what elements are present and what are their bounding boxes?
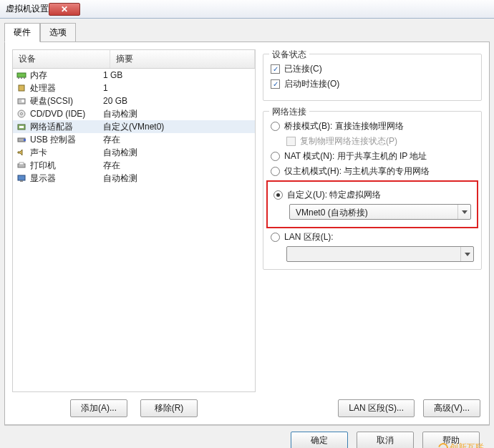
device-summary: 1 xyxy=(100,83,252,93)
table-row[interactable]: 声卡自动检测 xyxy=(13,146,255,159)
custom-network-value: VMnet0 (自动桥接) xyxy=(290,205,457,219)
device-status-title: 设备状态 xyxy=(269,49,309,61)
cancel-button[interactable]: 取消 xyxy=(357,432,414,448)
device-status-group: 设备状态 已连接(C) 启动时连接(O) xyxy=(263,54,482,101)
tab-options[interactable]: 选项 xyxy=(40,23,76,42)
col-summary[interactable]: 摘要 xyxy=(110,50,255,68)
add-button[interactable]: 添加(A)... xyxy=(70,399,127,417)
svg-rect-2 xyxy=(21,77,22,79)
right-bottom-buttons: LAN 区段(S)... 高级(V)... xyxy=(263,399,482,417)
lan-segments-button[interactable]: LAN 区段(S)... xyxy=(338,399,415,417)
cpu-icon xyxy=(16,83,27,93)
sound-icon xyxy=(16,147,27,157)
svg-rect-3 xyxy=(24,77,25,79)
device-summary: 20 GB xyxy=(100,96,252,106)
tabstrip: 硬件 选项 xyxy=(4,23,490,42)
tab-options-label: 选项 xyxy=(49,27,67,37)
chevron-down-icon xyxy=(460,247,473,261)
device-summary: 自动检测 xyxy=(100,108,252,120)
connected-row[interactable]: 已连接(C) xyxy=(271,63,474,75)
device-name: 打印机 xyxy=(30,160,56,172)
nat-row[interactable]: NAT 模式(N): 用于共享主机的 IP 地址 xyxy=(271,150,474,162)
lan-radio[interactable] xyxy=(271,233,280,242)
device-name: 内存 xyxy=(30,69,47,82)
hardware-panel: 设备 摘要 内存1 GB处理器1硬盘(SCSI)20 GBCD/DVD (IDE… xyxy=(4,42,490,425)
device-name: 网络适配器 xyxy=(30,121,73,133)
svg-point-8 xyxy=(21,113,23,115)
col-device[interactable]: 设备 xyxy=(13,50,110,68)
network-connection-title: 网络连接 xyxy=(269,106,309,118)
close-button[interactable]: ✕ xyxy=(49,3,80,16)
device-summary: 存在 xyxy=(100,134,252,146)
hostonly-radio[interactable] xyxy=(271,167,280,176)
connect-at-poweron-label: 启动时连接(O) xyxy=(284,78,339,90)
bridged-radio[interactable] xyxy=(271,122,280,131)
table-body: 内存1 GB处理器1硬盘(SCSI)20 GBCD/DVD (IDE)自动检测网… xyxy=(13,69,255,185)
usb-icon xyxy=(16,135,27,145)
table-header: 设备 摘要 xyxy=(13,50,255,69)
connect-at-poweron-checkbox[interactable] xyxy=(271,79,280,89)
lan-segment-value xyxy=(287,247,460,261)
device-name: 声卡 xyxy=(30,147,47,159)
connect-at-poweron-row[interactable]: 启动时连接(O) xyxy=(271,78,474,90)
table-row[interactable]: 打印机存在 xyxy=(13,159,255,172)
device-summary: 存在 xyxy=(100,160,252,172)
printer-icon xyxy=(16,160,27,170)
replicate-row: 复制物理网络连接状态(P) xyxy=(286,135,474,147)
left-buttons: 添加(A)... 移除(R) xyxy=(12,399,256,417)
disk-icon xyxy=(16,96,27,106)
network-connection-group: 网络连接 桥接模式(B): 直接连接物理网络 复制物理网络连接状态(P) NAT… xyxy=(263,111,482,270)
display-icon xyxy=(16,173,27,183)
footer: 确定 取消 帮助 创新互联 xyxy=(4,425,490,448)
custom-row[interactable]: 自定义(U): 特定虚拟网络 xyxy=(273,189,471,201)
svg-rect-10 xyxy=(19,126,24,128)
device-name: 显示器 xyxy=(30,172,56,185)
hostonly-row[interactable]: 仅主机模式(H): 与主机共享的专用网络 xyxy=(271,165,474,177)
nat-radio[interactable] xyxy=(271,152,280,161)
table-row[interactable]: CD/DVD (IDE)自动检测 xyxy=(13,107,255,120)
lan-segment-combo xyxy=(286,246,474,262)
lan-label: LAN 区段(L): xyxy=(284,231,334,243)
replicate-label: 复制物理网络连接状态(P) xyxy=(300,135,397,147)
window-title: 虚拟机设置 xyxy=(6,3,49,15)
tab-hardware-label: 硬件 xyxy=(14,27,31,37)
svg-rect-12 xyxy=(24,139,26,141)
close-icon: ✕ xyxy=(61,4,68,14)
hostonly-label: 仅主机模式(H): 与主机共享的专用网络 xyxy=(284,165,430,177)
advanced-button[interactable]: 高级(V)... xyxy=(423,399,480,417)
table-row[interactable]: USB 控制器存在 xyxy=(13,133,255,146)
replicate-checkbox xyxy=(286,137,296,146)
custom-radio[interactable] xyxy=(273,190,283,200)
custom-highlight: 自定义(U): 特定虚拟网络 VMnet0 (自动桥接) xyxy=(266,180,478,228)
cd-icon xyxy=(16,109,27,119)
memory-icon xyxy=(16,70,27,80)
table-row[interactable]: 显示器自动检测 xyxy=(13,172,255,185)
watermark: 创新互联 xyxy=(438,442,484,448)
device-summary: 自定义(VMnet0) xyxy=(100,121,252,133)
svg-rect-15 xyxy=(18,175,25,180)
tab-hardware[interactable]: 硬件 xyxy=(4,23,40,42)
logo-icon xyxy=(436,441,450,448)
ok-button[interactable]: 确定 xyxy=(291,432,348,448)
table-row[interactable]: 处理器1 xyxy=(13,82,255,94)
custom-network-combo[interactable]: VMnet0 (自动桥接) xyxy=(289,204,471,220)
connected-checkbox[interactable] xyxy=(271,64,280,74)
svg-rect-4 xyxy=(19,85,24,91)
nat-label: NAT 模式(N): 用于共享主机的 IP 地址 xyxy=(284,150,427,162)
device-summary: 自动检测 xyxy=(100,172,252,185)
svg-rect-0 xyxy=(17,73,26,77)
device-name: USB 控制器 xyxy=(30,134,76,146)
lan-row[interactable]: LAN 区段(L): xyxy=(271,231,474,243)
chevron-down-icon[interactable] xyxy=(457,205,470,219)
bridged-label: 桥接模式(B): 直接连接物理网络 xyxy=(284,120,404,132)
table-row[interactable]: 内存1 GB xyxy=(13,69,255,82)
radio-dot-icon xyxy=(276,193,280,197)
device-summary: 自动检测 xyxy=(100,147,252,159)
titlebar: 虚拟机设置 ✕ xyxy=(0,0,494,19)
svg-rect-1 xyxy=(18,77,19,79)
table-row[interactable]: 网络适配器自定义(VMnet0) xyxy=(13,120,255,133)
device-summary: 1 GB xyxy=(100,70,252,80)
bridged-row[interactable]: 桥接模式(B): 直接连接物理网络 xyxy=(271,120,474,132)
remove-button[interactable]: 移除(R) xyxy=(140,399,198,417)
table-row[interactable]: 硬盘(SCSI)20 GB xyxy=(13,94,255,107)
